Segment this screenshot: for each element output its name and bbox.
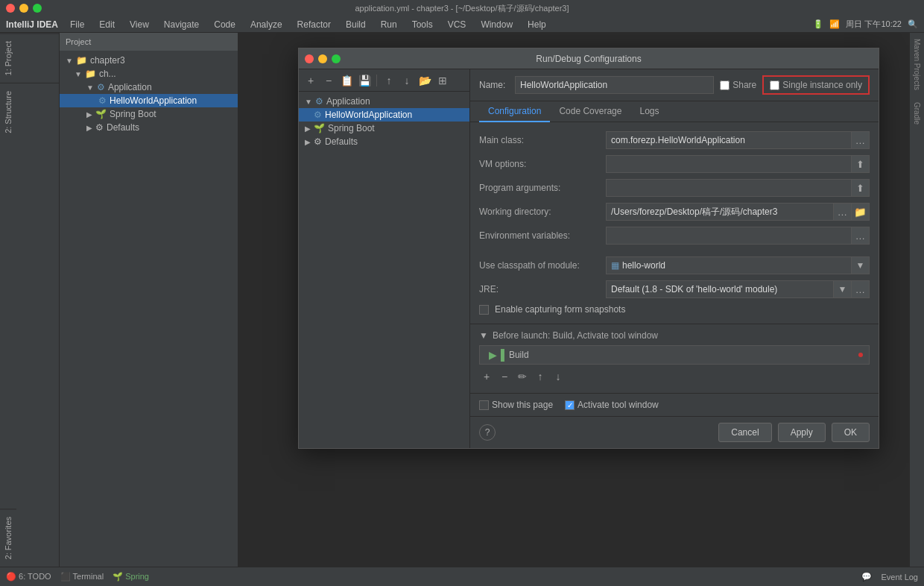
statusbar-spring[interactable]: 🌱 Spring [113,572,149,582]
move-up-button[interactable]: ↑ [382,73,396,88]
window-controls[interactable] [6,4,42,13]
tree-item-application[interactable]: ▼ ⚙ Application [60,81,238,94]
build-icon: ▶▐ [489,349,504,361]
menu-code[interactable]: Code [211,18,238,31]
env-vars-browse-button[interactable]: … [852,227,870,245]
dialog-close-button[interactable] [305,54,314,63]
main-class-browse-button[interactable]: … [852,131,870,149]
launch-up-button[interactable]: ↑ [533,369,548,384]
maximize-button[interactable] [33,4,42,13]
dialog-mac-controls[interactable] [305,54,341,63]
launch-add-button[interactable]: + [479,369,494,384]
share-checkbox[interactable] [720,81,730,90]
classpath-dropdown[interactable]: ▼ [852,256,870,274]
launch-remove-button[interactable]: − [497,369,512,384]
toolbar-separator [376,75,377,86]
expand-button[interactable]: ⊞ [435,73,450,88]
tree-defaults-config[interactable]: ▶ ⚙ Defaults [299,135,469,148]
menu-analyze[interactable]: Analyze [247,18,285,31]
tab-code-coverage[interactable]: Code Coverage [550,101,630,122]
tree-item-project-root[interactable]: ▼ 📁 chapter3 [60,54,238,67]
activate-tool-option[interactable]: ✓ Activate tool window [565,400,659,410]
classpath-label: Use classpath of module: [479,260,606,271]
tab-logs[interactable]: Logs [630,101,668,122]
move-down-button[interactable]: ↓ [399,73,414,88]
sidebar-tab-structure[interactable]: 2: Structure [0,83,59,141]
search-icon[interactable]: 🔍 [908,19,918,29]
vm-options-expand-button[interactable]: ⬆ [852,155,870,173]
sidebar-tab-favorites[interactable]: 2: Favorites [0,508,16,567]
add-config-button[interactable]: + [303,73,318,88]
menu-window[interactable]: Window [478,18,516,31]
working-dir-input[interactable] [606,203,834,221]
menu-help[interactable]: Help [525,18,549,31]
tree-application[interactable]: ▼ ⚙ Application [299,95,469,108]
statusbar-todo[interactable]: 🔴 6: TODO [6,572,51,582]
sort-button[interactable]: 📂 [417,73,432,88]
working-dir-dots-button[interactable]: … [834,203,852,221]
help-button[interactable]: ? [479,424,496,441]
menu-tools[interactable]: Tools [409,18,436,31]
launch-edit-button[interactable]: ✏ [515,369,530,384]
vm-options-input[interactable] [606,155,852,173]
program-args-input[interactable] [606,179,852,197]
env-vars-input[interactable] [606,227,852,245]
single-instance-option[interactable]: Single instance only [762,75,870,95]
classpath-input[interactable]: ▦ hello-world [606,256,852,274]
jre-dropdown[interactable]: ▼ [834,280,852,298]
statusbar-event-log[interactable]: Event Log [881,573,918,582]
show-page-option[interactable]: Show this page [479,400,553,410]
close-button[interactable] [6,4,15,13]
show-page-checkbox[interactable] [479,400,489,410]
single-instance-checkbox[interactable] [770,81,779,90]
statusbar-terminal[interactable]: ⬛ Terminal [60,572,104,582]
copy-config-button[interactable]: 📋 [339,73,354,88]
config-tabs: Configuration Code Coverage Logs [470,101,879,122]
menu-file[interactable]: File [67,18,87,31]
launch-down-button[interactable]: ↓ [551,369,566,384]
program-args-expand-button[interactable]: ⬆ [852,179,870,197]
spring-icon: 🌱 [95,109,107,119]
cancel-button[interactable]: Cancel [718,423,771,442]
sidebar-tab-project[interactable]: 1: Project [0,33,59,83]
save-config-button[interactable]: 💾 [357,73,372,88]
activate-tool-checkbox[interactable]: ✓ [565,400,575,410]
dialog-left-panel: + − 📋 💾 ↑ ↓ 📂 ⊞ ▼ ⚙ App [299,69,470,448]
right-tab-maven[interactable]: Maven Projects [911,33,923,96]
tree-label: Application [108,82,152,92]
menu-vcs[interactable]: VCS [445,18,469,31]
tree-item-hello-world[interactable]: ⚙ HelloWorldApplication [60,94,238,107]
module-icon: ▦ [611,260,619,271]
menubar-right-icons: 🔋 📶 周日 下午10:22 🔍 [813,19,918,30]
tab-configuration[interactable]: Configuration [479,101,550,122]
menu-run[interactable]: Run [378,18,400,31]
minimize-button[interactable] [19,4,28,13]
enable-capturing-checkbox[interactable] [479,305,489,315]
dialog-minimize-button[interactable] [318,54,327,63]
tree-label: Spring Boot [110,109,156,119]
share-option[interactable]: Share [720,80,756,90]
folder-icon: 📁 [76,55,87,66]
jre-input[interactable]: Default (1.8 - SDK of 'hello-world' modu… [606,280,834,298]
main-class-input[interactable] [606,131,852,149]
name-input[interactable] [515,76,714,94]
menu-view[interactable]: View [127,18,152,31]
tree-item-project[interactable]: ▼ 📁 ch... [60,67,238,81]
menu-navigate[interactable]: Navigate [161,18,202,31]
tree-hello-world-config[interactable]: ⚙ HelloWorldApplication [299,108,469,122]
apply-button[interactable]: Apply [778,423,826,442]
default-icon: ⚙ [95,122,104,133]
jre-browse-button[interactable]: … [852,280,870,298]
tree-spring-boot-config[interactable]: ▶ 🌱 Spring Boot [299,122,469,135]
tree-item-spring-boot[interactable]: ▶ 🌱 Spring Boot [60,107,238,121]
ok-button[interactable]: OK [832,423,870,442]
menu-edit[interactable]: Edit [96,18,118,31]
right-tab-gradle[interactable]: Gradle [911,96,923,130]
menu-build[interactable]: Build [343,18,369,31]
dialog-maximize-button[interactable] [332,54,341,63]
working-dir-folder-button[interactable]: 📁 [852,203,870,221]
before-launch-header[interactable]: ▼ Before launch: Build, Activate tool wi… [479,330,870,341]
remove-config-button[interactable]: − [321,73,336,88]
menu-refactor[interactable]: Refactor [294,18,334,31]
tree-item-defaults[interactable]: ▶ ⚙ Defaults [60,121,238,134]
